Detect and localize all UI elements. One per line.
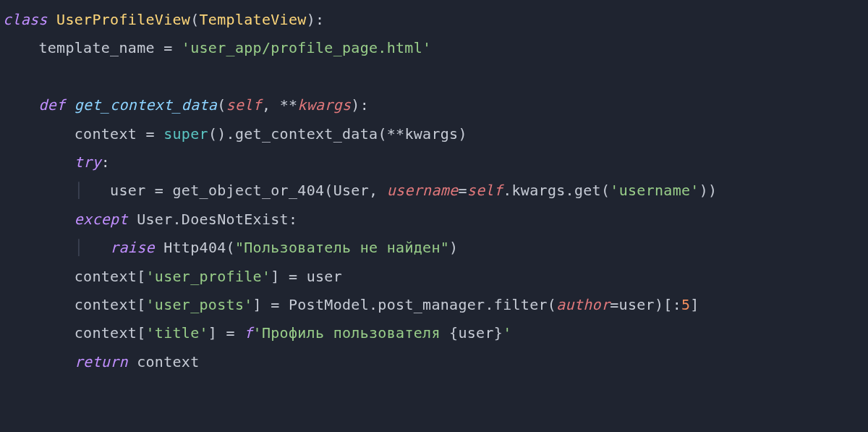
variable: context xyxy=(75,324,137,342)
indent xyxy=(3,39,38,56)
colon: : xyxy=(289,211,297,228)
paren-close: ) xyxy=(449,239,458,256)
code-editor[interactable]: class UserProfileView(TemplateView): tem… xyxy=(0,0,868,376)
class-name: UserProfileView xyxy=(56,11,190,28)
space xyxy=(128,353,137,370)
variable: template_name xyxy=(38,39,154,56)
code-line: def get_context_data(self, **kwargs): xyxy=(3,96,369,114)
keyword-def: def xyxy=(38,96,65,114)
operator-eq: = xyxy=(610,296,618,313)
indent xyxy=(3,153,75,171)
string: 'user_posts' xyxy=(145,296,252,313)
indent-guide: │ xyxy=(75,182,83,199)
comma: , xyxy=(262,96,280,114)
function-call: get_object_or_404 xyxy=(173,182,325,199)
fstring-prefix: f xyxy=(244,324,252,342)
indent xyxy=(3,211,75,228)
indent xyxy=(3,324,75,342)
string: 'user_profile' xyxy=(145,268,271,285)
paren: () xyxy=(208,125,226,143)
stars: ** xyxy=(387,125,405,143)
kwarg-name: author xyxy=(556,296,610,313)
operator-eq: = xyxy=(217,324,244,342)
paren-open: ( xyxy=(217,96,226,114)
class-ref: PostModel xyxy=(289,296,369,313)
string: "Пользователь не найден" xyxy=(235,239,449,256)
dot: . xyxy=(173,211,182,228)
code-line: │ user = get_object_or_404(User, usernam… xyxy=(3,182,717,199)
paren-open: ( xyxy=(601,182,610,199)
code-line: return context xyxy=(3,353,200,370)
keyword-return: return xyxy=(75,353,128,370)
operator-eq: = xyxy=(280,268,307,285)
method: filter xyxy=(494,296,548,313)
keyword-try: try xyxy=(75,153,101,171)
operator-eq: = xyxy=(262,296,289,313)
code-line: try: xyxy=(3,153,110,171)
code-line: context['title'] = f'Профиль пользовател… xyxy=(3,324,512,342)
keyword-class: class xyxy=(3,11,48,28)
code-line: context = super().get_context_data(**kwa… xyxy=(3,125,467,143)
attr: kwargs xyxy=(512,182,566,199)
self: self xyxy=(467,182,503,199)
colon: : xyxy=(673,296,681,313)
base-class: TemplateView xyxy=(200,11,307,28)
paren-open: ( xyxy=(548,296,556,313)
space xyxy=(128,211,137,228)
super: super xyxy=(163,125,208,143)
indent xyxy=(3,125,75,143)
dot: . xyxy=(226,125,235,143)
brace-open: { xyxy=(449,324,458,342)
paren-close: ): xyxy=(307,11,325,28)
paren-close: ) xyxy=(699,182,708,199)
variable: context xyxy=(75,125,137,143)
bracket-close: ] xyxy=(271,268,279,285)
variable: context xyxy=(75,268,137,285)
method: get_context_data xyxy=(235,125,378,143)
keyword-except: except xyxy=(75,211,128,228)
self: self xyxy=(226,96,262,114)
indent xyxy=(3,353,75,370)
keyword-raise: raise xyxy=(110,239,155,256)
indent-guide: │ xyxy=(75,239,83,256)
paren-open: ( xyxy=(324,182,333,199)
paren-close: ) xyxy=(458,125,467,143)
variable: context xyxy=(137,353,199,370)
code-line: except User.DoesNotExist: xyxy=(3,211,297,228)
paren-close: ): xyxy=(351,96,369,114)
code-line: context['user_posts'] = PostModel.post_m… xyxy=(3,296,699,313)
bracket-open: [ xyxy=(137,268,145,285)
method: get xyxy=(574,182,601,199)
bracket-close: ] xyxy=(690,296,699,313)
operator-eq: = xyxy=(458,182,467,199)
attr: post_manager xyxy=(378,296,485,313)
dot: . xyxy=(503,182,511,199)
exception: DoesNotExist xyxy=(182,211,289,228)
string: 'Профиль пользователя xyxy=(253,324,450,342)
variable: context xyxy=(75,296,137,313)
dot: . xyxy=(566,182,574,199)
class-ref: Http404 xyxy=(163,239,226,256)
operator-eq: = xyxy=(145,182,172,199)
code-line: class UserProfileView(TemplateView): xyxy=(3,11,324,28)
code-line: │ raise Http404("Пользователь не найден"… xyxy=(3,239,458,256)
bracket-open: [ xyxy=(663,296,672,313)
bracket-open: [ xyxy=(137,296,145,313)
paren-close: ) xyxy=(708,182,717,199)
variable: user xyxy=(458,324,493,342)
indent xyxy=(3,96,38,114)
comma: , xyxy=(369,182,387,199)
operator-eq: = xyxy=(155,39,182,56)
string-quote: ' xyxy=(503,324,511,342)
dot: . xyxy=(369,296,378,313)
paren-open: ( xyxy=(226,239,235,256)
indent xyxy=(3,296,75,313)
space xyxy=(155,239,163,256)
code-line: context['user_profile'] = user xyxy=(3,268,342,285)
paren-close: ) xyxy=(655,296,663,313)
string: 'title' xyxy=(145,324,208,342)
bracket-open: [ xyxy=(137,324,145,342)
indent xyxy=(3,268,75,285)
paren-open: ( xyxy=(190,11,199,28)
variable: user xyxy=(619,296,655,313)
